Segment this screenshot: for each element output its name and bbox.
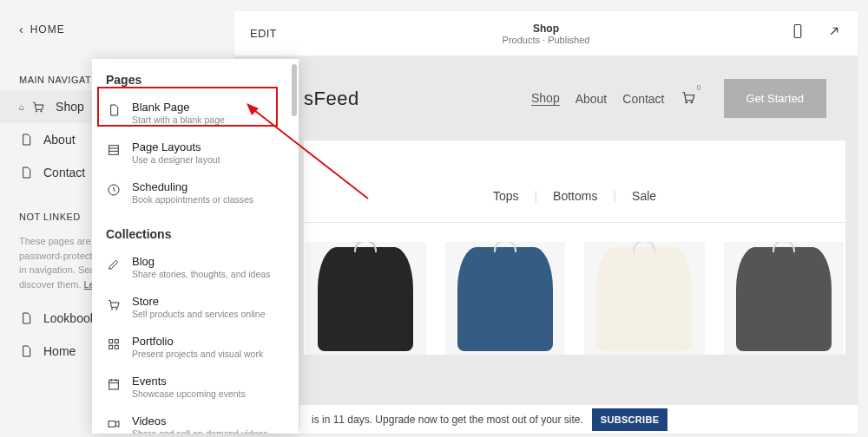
cart-icon xyxy=(31,100,45,114)
nav-item-label: Home xyxy=(43,344,76,358)
site-canvas: sFeed Shop About Contact 0 Get Started T… xyxy=(234,56,858,430)
product-card[interactable] xyxy=(724,242,845,355)
popup-section-pages: Pages xyxy=(92,59,299,94)
clock-icon xyxy=(106,182,122,198)
svg-rect-14 xyxy=(109,345,113,349)
edit-button[interactable]: EDIT xyxy=(250,27,277,40)
svg-point-11 xyxy=(116,309,117,310)
expand-icon[interactable] xyxy=(826,23,842,43)
svg-rect-12 xyxy=(109,340,113,343)
product-card[interactable] xyxy=(306,242,426,355)
product-grid xyxy=(304,235,845,355)
svg-point-1 xyxy=(41,111,42,112)
popup-item-portfolio[interactable]: PortfolioPresent projects and visual wor… xyxy=(92,328,299,368)
popup-scrollbar[interactable] xyxy=(292,64,297,116)
site-header: sFeed Shop About Contact 0 Get Started xyxy=(234,56,858,140)
category-sale[interactable]: Sale xyxy=(632,189,656,203)
popup-item-title: Store xyxy=(132,295,266,308)
svg-point-4 xyxy=(686,101,687,103)
svg-point-5 xyxy=(691,101,693,103)
site-nav-about[interactable]: About xyxy=(575,92,608,106)
popup-item-title: Scheduling xyxy=(132,180,253,193)
popup-item-title: Blank Page xyxy=(132,101,225,114)
cart-count: 0 xyxy=(697,83,701,92)
grid-icon xyxy=(106,336,122,352)
new-page-popup: Pages Blank PageStart with a blank page … xyxy=(92,59,299,434)
popup-item-title: Videos xyxy=(132,414,267,427)
svg-rect-16 xyxy=(109,380,119,389)
popup-item-sub: Share stories, thoughts, and ideas xyxy=(132,269,270,279)
popup-item-sub: Sell products and services online xyxy=(132,309,266,319)
product-card[interactable] xyxy=(445,242,566,355)
nav-item-label: Lookbook xyxy=(43,311,96,325)
mobile-preview-icon[interactable] xyxy=(790,23,806,43)
svg-rect-2 xyxy=(794,25,801,38)
popup-item-blog[interactable]: BlogShare stories, thoughts, and ideas xyxy=(92,248,299,288)
popup-item-sub: Present projects and visual work xyxy=(132,349,263,359)
popup-item-sub: Book appointments or classes xyxy=(132,194,253,205)
cart-icon[interactable]: 0 xyxy=(681,89,696,108)
brand-logo[interactable]: sFeed xyxy=(304,88,359,110)
nav-item-label: Contact xyxy=(43,166,85,179)
page-icon xyxy=(19,166,33,179)
popup-item-events[interactable]: EventsShowcase upcoming events xyxy=(92,368,299,408)
preview-page-title: Shop xyxy=(503,23,590,35)
home-icon: ⌂ xyxy=(19,102,24,112)
calendar-icon xyxy=(106,376,122,392)
upgrade-banner: is in 11 days. Upgrade now to get the mo… xyxy=(299,404,858,434)
category-row: Tops | Bottoms | Sale xyxy=(304,149,845,222)
divider xyxy=(304,222,845,223)
svg-rect-15 xyxy=(115,345,118,349)
page-icon xyxy=(19,311,33,325)
nav-item-label: Shop xyxy=(56,100,84,114)
pencil-icon xyxy=(106,257,122,272)
chevron-left-icon: ‹ xyxy=(19,23,24,36)
site-body: Tops | Bottoms | Sale xyxy=(304,140,845,355)
product-card[interactable] xyxy=(584,242,705,355)
popup-item-sub: Share and sell on-demand videos xyxy=(132,428,267,434)
popup-section-collections: Collections xyxy=(92,213,299,248)
preview-page-subtitle: Products · Published xyxy=(503,35,590,45)
popup-item-title: Page Layouts xyxy=(132,140,220,153)
cart-icon xyxy=(106,297,122,312)
page-icon xyxy=(19,344,33,358)
site-nav-contact[interactable]: Contact xyxy=(622,92,664,106)
popup-item-title: Events xyxy=(132,375,246,388)
popup-item-scheduling[interactable]: SchedulingBook appointments or classes xyxy=(92,173,299,213)
svg-point-10 xyxy=(111,309,112,310)
site-preview-panel: EDIT Shop Products · Published sFeed Sho… xyxy=(234,11,858,434)
svg-point-0 xyxy=(36,111,36,112)
preview-topbar: EDIT Shop Products · Published xyxy=(234,11,858,56)
popup-item-store[interactable]: StoreSell products and services online xyxy=(92,288,299,328)
back-home-link[interactable]: ‹ HOME xyxy=(0,0,226,52)
popup-item-sub: Showcase upcoming events xyxy=(132,388,246,399)
page-icon xyxy=(19,133,33,147)
svg-rect-13 xyxy=(115,340,118,343)
popup-item-title: Portfolio xyxy=(132,335,263,348)
back-home-label: HOME xyxy=(30,23,65,36)
popup-item-videos[interactable]: VideosShare and sell on-demand videos xyxy=(92,408,299,434)
video-icon xyxy=(106,416,122,432)
svg-rect-20 xyxy=(108,421,115,427)
category-tops[interactable]: Tops xyxy=(493,189,519,203)
popup-item-sub: Start with a blank page xyxy=(132,114,225,125)
popup-item-page-layouts[interactable]: Page LayoutsUse a designer layout xyxy=(92,134,299,173)
nav-item-label: About xyxy=(43,133,76,147)
svg-rect-6 xyxy=(109,146,119,155)
preview-title-block: Shop Products · Published xyxy=(503,23,590,45)
popup-item-title: Blog xyxy=(132,255,270,268)
category-bottoms[interactable]: Bottoms xyxy=(553,189,597,203)
popup-item-blank-page[interactable]: Blank PageStart with a blank page xyxy=(92,94,299,134)
layouts-icon xyxy=(106,142,122,158)
page-icon xyxy=(106,102,122,118)
site-nav-shop[interactable]: Shop xyxy=(531,91,560,106)
subscribe-button[interactable]: SUBSCRIBE xyxy=(592,408,668,431)
popup-item-sub: Use a designer layout xyxy=(132,154,220,165)
get-started-button[interactable]: Get Started xyxy=(724,79,826,118)
banner-text: is in 11 days. Upgrade now to get the mo… xyxy=(312,414,583,426)
